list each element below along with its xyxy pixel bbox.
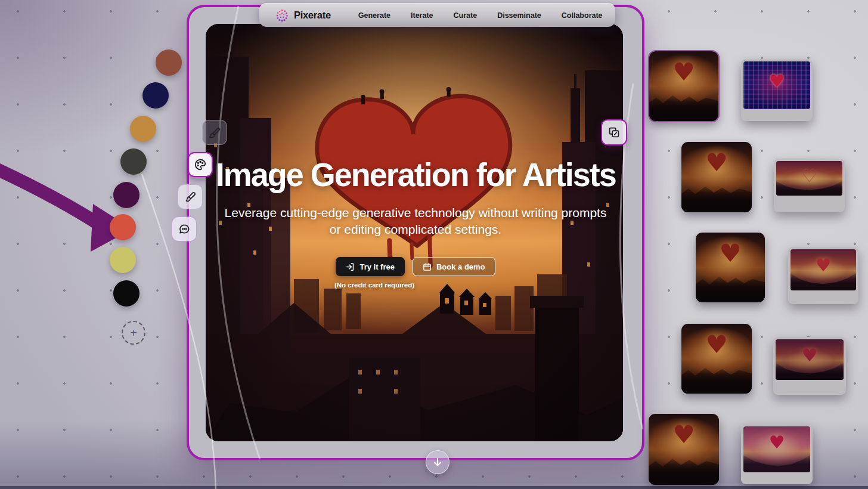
nav-item-disseminate[interactable]: Disseminate — [497, 11, 541, 20]
gallery-thumbnail-6[interactable]: ♥ — [788, 247, 858, 304]
brand-logo[interactable]: Pixerate — [275, 8, 331, 23]
gallery-thumbnail-7[interactable]: ♥ — [681, 324, 752, 394]
palette-tool-button[interactable] — [188, 152, 213, 177]
palette-icon — [194, 158, 207, 171]
pixerate-logo-icon — [275, 8, 289, 23]
cta-row: Try it free Book a demo — [336, 257, 495, 276]
plus-icon: + — [130, 326, 137, 340]
color-swatch-7[interactable] — [110, 247, 136, 273]
card-image: ♡ — [776, 161, 842, 196]
try-it-free-label: Try it free — [359, 262, 395, 271]
duplicate-tool-button[interactable] — [601, 119, 627, 146]
card-image: ♥ — [743, 61, 810, 109]
bottom-strip — [0, 486, 868, 489]
heart-glyph: ♥ — [802, 346, 818, 364]
paintbrush-icon — [209, 126, 221, 139]
heart-glyph: ♥ — [719, 241, 742, 266]
calendar-icon — [423, 262, 432, 271]
color-swatch-6[interactable] — [110, 214, 136, 240]
heart-glyph: ♥ — [672, 60, 695, 85]
login-icon — [346, 262, 355, 271]
pen-tool-button[interactable] — [178, 184, 203, 209]
cta-note: (No credit card required) — [334, 281, 414, 289]
gallery-thumbnail-4[interactable]: ♡ — [774, 159, 845, 212]
gallery-thumbnail-9[interactable]: ♥ — [649, 414, 719, 485]
color-swatch-2[interactable] — [142, 82, 169, 109]
nav-item-generate[interactable]: Generate — [358, 11, 390, 20]
chat-icon — [178, 223, 191, 236]
heart-glyph: ♥ — [769, 434, 785, 451]
color-swatch-4[interactable] — [120, 148, 147, 175]
down-arrow-icon — [432, 457, 443, 468]
gallery-thumbnail-2[interactable]: ♥ — [741, 59, 813, 121]
chat-tool-button[interactable] — [172, 216, 197, 242]
nav-item-curate[interactable]: Curate — [454, 11, 478, 20]
color-swatch-3[interactable] — [130, 116, 156, 142]
heart-glyph: ♥ — [705, 150, 728, 175]
heart-glyph: ♡ — [801, 167, 817, 185]
gallery-thumbnail-10[interactable]: ♥ — [741, 424, 813, 484]
color-swatch-1[interactable] — [156, 49, 182, 76]
nav-item-iterate[interactable]: Iterate — [411, 11, 433, 20]
gallery-thumbnail-8[interactable]: ♥ — [773, 337, 846, 395]
try-it-free-button[interactable]: Try it free — [336, 257, 405, 276]
nav-items: GenerateIterateCurateDisseminateCollabor… — [358, 11, 603, 20]
color-swatch-5[interactable] — [113, 182, 140, 208]
book-a-demo-label: Book a demo — [436, 262, 485, 271]
gallery-thumbnail-3[interactable]: ♥ — [681, 142, 752, 212]
scroll-down-button[interactable] — [426, 450, 450, 474]
heart-glyph: ♥ — [769, 72, 785, 90]
hero-card: Image Generation for Artists Leverage cu… — [187, 5, 644, 460]
gallery-thumbnail-1[interactable]: ♥ — [649, 51, 718, 121]
card-image: ♥ — [776, 339, 844, 380]
card-image: ♥ — [743, 426, 810, 472]
heart-glyph: ♥ — [705, 332, 728, 357]
pen-icon — [184, 191, 197, 203]
color-swatch-8[interactable] — [113, 280, 140, 307]
paintbrush-tool-button[interactable] — [202, 120, 227, 145]
hero-title: Image Generation for Artists — [216, 156, 616, 194]
brand-name: Pixerate — [294, 10, 331, 21]
heart-glyph: ♥ — [672, 422, 695, 447]
hero-subtitle: Leverage cutting-edge generative technol… — [219, 205, 612, 238]
nav-item-collaborate[interactable]: Collaborate — [562, 11, 603, 20]
book-a-demo-button[interactable]: Book a demo — [413, 257, 495, 276]
copy-icon — [607, 126, 621, 139]
heart-glyph: ♥ — [816, 256, 832, 274]
add-color-button[interactable]: + — [122, 321, 145, 345]
gallery-thumbnail-5[interactable]: ♥ — [696, 233, 765, 302]
top-navbar: Pixerate GenerateIterateCurateDisseminat… — [259, 3, 615, 27]
card-image: ♥ — [790, 249, 856, 290]
